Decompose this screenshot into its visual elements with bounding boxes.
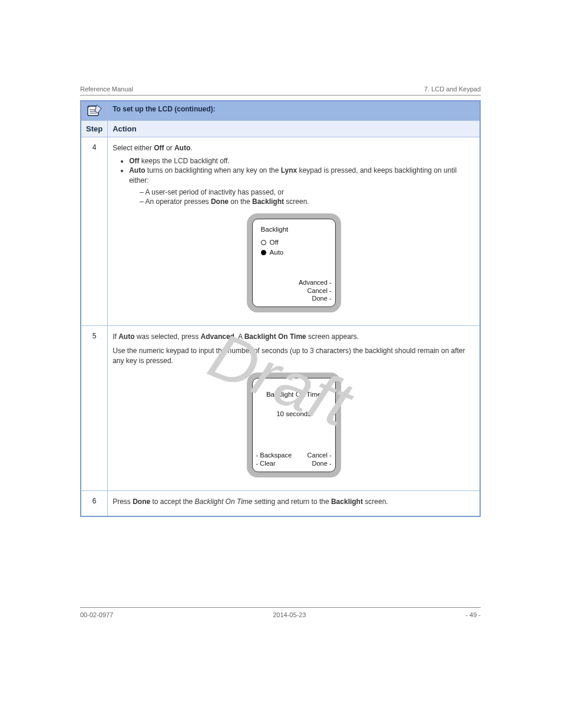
step4-lead: Select either Off or Auto. bbox=[113, 143, 475, 153]
step-body: Press Done to accept the Backlight On Ti… bbox=[108, 490, 480, 516]
screen-action-advanced: Advanced - bbox=[299, 279, 332, 287]
screen-action-cancel: Cancel - bbox=[299, 287, 332, 295]
step-body: Select either Off or Auto. Off keeps the… bbox=[108, 137, 480, 326]
t: was selected, press bbox=[135, 332, 201, 341]
header-left: Reference Manual bbox=[80, 85, 133, 93]
radio-empty-icon bbox=[261, 240, 266, 245]
screen-value: 10 seconds bbox=[259, 410, 329, 419]
device-screen-backlight: Backlight Off Auto Advanced - bbox=[247, 213, 341, 312]
footer-center: 2014-05-23 bbox=[273, 611, 306, 618]
screen-title: Backlight bbox=[259, 225, 329, 235]
table-row: 6 Press Done to accept the Backlight On … bbox=[81, 490, 480, 516]
page-footer: 00-02-0977 2014-05-23 - 49 - bbox=[80, 607, 481, 618]
screen-action-done: Done - bbox=[308, 460, 332, 468]
t: Auto bbox=[118, 332, 134, 341]
t: screen appears. bbox=[306, 332, 359, 341]
radio-label: Auto bbox=[270, 248, 284, 258]
step-body: If Auto was selected, press Advanced. A … bbox=[108, 326, 480, 491]
list-item: Off keeps the LCD backlight off. bbox=[129, 156, 475, 166]
screen-action-done: Done - bbox=[299, 295, 332, 303]
step-number: 4 bbox=[81, 137, 108, 326]
list-item: An operator presses Done on the Backligh… bbox=[140, 197, 475, 206]
t: . A bbox=[234, 332, 244, 341]
page-content: Reference Manual 7. LCD and Keypad To se… bbox=[80, 85, 481, 517]
footer-rule bbox=[80, 607, 481, 608]
screen-title: Backlight On Time bbox=[259, 390, 329, 400]
t: If bbox=[113, 332, 118, 341]
procedure-table: To set up the LCD (continued): Step Acti… bbox=[80, 100, 481, 517]
list-item: Auto turns on backlighting when any key … bbox=[129, 166, 475, 206]
screen-action-cancel: Cancel - bbox=[308, 452, 332, 460]
table-row: 5 If Auto was selected, press Advanced. … bbox=[81, 326, 480, 491]
list-item: A user-set period of inactivity has pass… bbox=[140, 187, 475, 197]
screen-action-clear: - Clear bbox=[256, 460, 292, 468]
footer-left: 00-02-0977 bbox=[80, 611, 113, 618]
step5-p2: Use the numeric keypad to input the numb… bbox=[113, 346, 475, 365]
procedure-title: To set up the LCD (continued): bbox=[108, 101, 480, 121]
header-rule bbox=[80, 95, 481, 95]
t: Advanced bbox=[201, 332, 234, 341]
t: Backlight On Time bbox=[244, 332, 306, 341]
col-header-action: Action bbox=[108, 121, 480, 137]
radio-label: Off bbox=[270, 238, 279, 248]
step-number: 6 bbox=[81, 490, 108, 516]
header-right: 7. LCD and Keypad bbox=[424, 85, 481, 93]
step5-lead: If Auto was selected, press Advanced. A … bbox=[113, 332, 475, 341]
step-number: 5 bbox=[81, 326, 108, 491]
radio-option-auto: Auto bbox=[259, 248, 329, 258]
footer-right: - 49 - bbox=[465, 611, 481, 618]
note-icon-cell bbox=[81, 101, 108, 121]
table-row: 4 Select either Off or Auto. Off keeps t… bbox=[81, 137, 480, 326]
device-screen-ontime: Backlight On Time 10 seconds - Backspace… bbox=[247, 373, 341, 477]
radio-filled-icon bbox=[261, 250, 266, 255]
notepad-icon bbox=[86, 104, 103, 118]
col-header-step: Step bbox=[81, 121, 108, 137]
radio-option-off: Off bbox=[259, 238, 329, 248]
page-header: Reference Manual 7. LCD and Keypad bbox=[80, 85, 481, 93]
screen-action-backspace: - Backspace bbox=[256, 452, 292, 460]
